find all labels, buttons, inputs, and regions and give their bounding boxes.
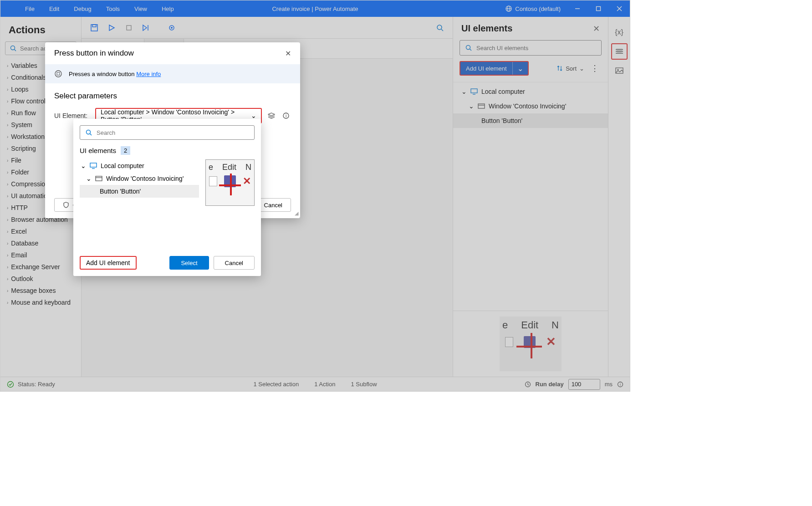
svg-marker-11 [109, 25, 114, 31]
globe-icon [505, 5, 512, 12]
picker-header: UI elements 2 [80, 146, 255, 155]
chevron-right-icon: › [7, 63, 8, 68]
ui-search-placeholder: Search UI elements [476, 45, 528, 51]
delay-input[interactable] [568, 379, 600, 390]
chevron-right-icon: › [7, 300, 8, 305]
chevron-down-icon: ⌄ [579, 65, 584, 72]
environment-badge[interactable]: Contoso (default) [499, 5, 567, 12]
select-button[interactable]: Select [169, 256, 209, 270]
chevron-right-icon: › [7, 111, 8, 116]
action-item[interactable]: ›Mouse and keyboard [0, 296, 81, 308]
svg-point-16 [171, 27, 173, 29]
search-icon [10, 45, 16, 51]
menu-view[interactable]: View [127, 0, 154, 17]
chevron-right-icon: › [7, 158, 8, 163]
menu-tools[interactable]: Tools [99, 0, 127, 17]
chevron-right-icon: › [7, 253, 8, 258]
search-icon [86, 129, 92, 136]
stop-icon[interactable] [123, 21, 135, 34]
step-icon[interactable] [140, 21, 153, 34]
ui-element-picker: UI elements 2 ⌄ Local computer ⌄ Window … [73, 119, 261, 276]
picker-tree-window[interactable]: ⌄ Window 'Contoso Invoicing' [80, 172, 199, 185]
menu-file[interactable]: File [18, 0, 42, 17]
images-icon[interactable] [611, 62, 628, 79]
tree-root[interactable]: ⌄ Local computer [453, 84, 608, 99]
ui-preview: eEditN ✕ [453, 311, 608, 377]
action-count: 1 Action [314, 381, 335, 388]
add-ui-element-button[interactable]: Add UI element [80, 256, 137, 270]
svg-point-35 [87, 130, 91, 134]
ui-elements-icon[interactable] [611, 43, 628, 60]
action-item[interactable]: ›Email [0, 249, 81, 261]
ui-elements-pane: UI elements ✕ Search UI elements Add UI … [453, 17, 608, 377]
picker-header-label: UI elements [80, 147, 116, 154]
resize-grip[interactable]: ◢ [295, 210, 298, 216]
svg-point-19 [466, 46, 470, 50]
clock-icon [525, 381, 531, 388]
check-icon [7, 381, 14, 388]
record-icon[interactable] [165, 21, 178, 34]
svg-line-36 [90, 134, 92, 136]
ui-search[interactable]: Search UI elements [460, 40, 602, 56]
variables-icon[interactable]: {x} [611, 24, 628, 41]
chevron-down-icon: ⌄ [469, 102, 474, 110]
count-badge: 2 [121, 146, 130, 155]
action-item[interactable]: ›Outlook [0, 273, 81, 285]
chevron-down-icon[interactable]: ⌄ [512, 62, 528, 75]
close-icon[interactable]: ✕ [593, 24, 600, 34]
ms-label: ms [605, 381, 613, 388]
picker-footer: Add UI element Select Cancel [80, 206, 255, 270]
svg-rect-4 [597, 7, 601, 11]
picker-root-label: Local computer [101, 162, 144, 169]
environment-label: Contoso (default) [515, 5, 561, 12]
chevron-right-icon: › [7, 276, 8, 281]
picker-search-input[interactable] [97, 129, 249, 136]
cancel-button[interactable]: Cancel [214, 256, 255, 270]
more-info-link[interactable]: More info [136, 71, 161, 77]
side-rail: {x} [608, 17, 630, 377]
picker-window-label: Window 'Contoso Invoicing' [106, 175, 184, 182]
menu-edit[interactable]: Edit [42, 0, 66, 17]
status-left: Status: Ready [7, 381, 55, 388]
svg-rect-12 [127, 26, 131, 30]
tree-leaf[interactable]: Button 'Button' [453, 113, 608, 128]
save-icon[interactable] [88, 21, 101, 34]
svg-point-7 [11, 46, 15, 50]
more-icon[interactable]: ⋮ [588, 63, 602, 73]
selected-actions: 1 Selected action [253, 381, 299, 388]
close-icon[interactable]: ✕ [285, 49, 291, 58]
tree-window[interactable]: ⌄ Window 'Contoso Invoicing' [453, 99, 608, 113]
svg-point-31 [55, 71, 61, 77]
status-ready: Status: Ready [18, 381, 55, 388]
sort-icon [557, 65, 563, 72]
dialog-desc: Presses a window button [69, 71, 135, 77]
action-item[interactable]: ›Database [0, 237, 81, 249]
action-item[interactable]: ›Exchange Server [0, 261, 81, 273]
svg-line-20 [470, 49, 472, 51]
sort-button[interactable]: Sort ⌄ [557, 65, 584, 72]
picker-tree-leaf[interactable]: Button 'Button' [80, 185, 199, 198]
menu-debug[interactable]: Debug [66, 0, 98, 17]
minimize-button[interactable] [567, 0, 588, 17]
info-icon[interactable]: i [281, 111, 291, 121]
svg-rect-39 [96, 176, 102, 181]
run-icon[interactable] [105, 21, 118, 34]
toolbar-search-icon[interactable] [434, 21, 446, 34]
close-button[interactable] [609, 0, 630, 17]
action-item[interactable]: ›Excel [0, 225, 81, 237]
picker-tree-root[interactable]: ⌄ Local computer [80, 159, 199, 172]
menu-help[interactable]: Help [154, 0, 181, 17]
action-item[interactable]: ›Message boxes [0, 285, 81, 296]
info-icon[interactable]: i [617, 381, 623, 388]
dialog-title-bar: Press button in window ✕ [45, 42, 300, 64]
add-ui-element-button[interactable]: Add UI element ⌄ [460, 61, 529, 76]
layers-icon[interactable] [266, 111, 276, 121]
svg-point-17 [437, 25, 442, 30]
maximize-button[interactable] [588, 0, 609, 17]
actions-title: Actions [0, 17, 81, 41]
svg-rect-23 [478, 104, 485, 108]
tree-root-label: Local computer [481, 88, 525, 95]
chevron-down-icon: ⌄ [461, 88, 467, 95]
dialog-title: Press button in window [54, 49, 134, 58]
picker-search[interactable] [80, 125, 255, 140]
